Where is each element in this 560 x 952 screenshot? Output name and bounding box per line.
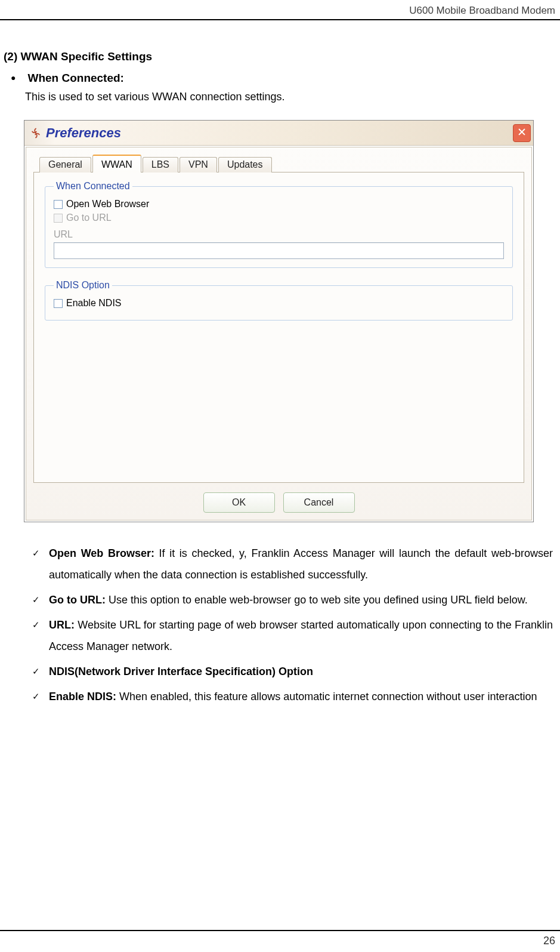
ok-button[interactable]: OK [203,492,275,513]
close-button[interactable] [513,124,531,142]
desc-go-to-url: Go to URL: Use this option to enable web… [49,589,553,611]
desc-title: URL: [49,619,78,631]
group-when-connected-legend: When Connected [54,181,132,192]
go-to-url-row: Go to URL [54,212,504,223]
tab-updates[interactable]: Updates [218,157,272,172]
enable-ndis-label: Enable NDIS [66,298,122,309]
button-bar: OK Cancel [33,492,524,513]
desc-text: Use this option to enable web-browser go… [109,594,528,606]
go-to-url-label: Go to URL [66,212,112,223]
desc-title: Open Web Browser: [49,547,159,559]
section-heading: (2) WWAN Specific Settings [4,50,556,63]
url-label: URL [54,229,504,240]
tab-row: General WWAN LBS VPN Updates [33,153,524,172]
tab-general[interactable]: General [39,157,91,172]
titlebar: Preferences [24,121,533,146]
page-number: 26 [543,935,555,947]
dialog-body: General WWAN LBS VPN Updates When Connec… [26,147,532,520]
desc-enable-ndis: Enable NDIS: When enabled, this feature … [49,686,553,707]
url-input[interactable] [54,242,504,259]
group-ndis-option: NDIS Option Enable NDIS [45,280,513,321]
page-header: U600 Mobile Broadband Modem [0,0,560,20]
go-to-url-checkbox [54,214,63,223]
desc-text: Website URL for starting page of web bro… [49,619,553,652]
group-when-connected: When Connected Open Web Browser Go to UR… [45,181,513,268]
open-web-browser-label: Open Web Browser [66,199,149,209]
close-icon [518,128,526,138]
app-icon [29,127,42,140]
description-list: Open Web Browser: If it is checked, y, F… [4,543,556,707]
page-footer: 26 [0,930,560,947]
bullet-title: When Connected: [27,72,124,84]
dialog-title: Preferences [46,125,513,141]
open-web-browser-row[interactable]: Open Web Browser [54,199,504,209]
tab-vpn[interactable]: VPN [180,157,217,172]
desc-text: When enabled, this feature allows automa… [119,691,537,703]
cancel-button[interactable]: Cancel [283,492,355,513]
tab-lbs[interactable]: LBS [143,157,178,172]
enable-ndis-row[interactable]: Enable NDIS [54,298,504,309]
tab-wwan[interactable]: WWAN [92,155,141,172]
desc-title: NDIS(Network Driver Interface Specificat… [49,666,313,677]
when-connected-heading: When Connected: [4,72,556,85]
desc-url: URL: Website URL for starting page of we… [49,614,553,657]
preferences-dialog: Preferences General WWAN LBS VPN Updates… [24,120,534,522]
intro-text: This is used to set various WWAN connect… [4,91,556,103]
doc-title: U600 Mobile Broadband Modem [409,5,555,16]
open-web-browser-checkbox[interactable] [54,200,63,209]
desc-title: Go to URL: [49,594,109,606]
desc-title: Enable NDIS: [49,691,119,703]
group-ndis-legend: NDIS Option [54,280,112,291]
desc-open-web-browser: Open Web Browser: If it is checked, y, F… [49,543,553,586]
tab-panel-wwan: When Connected Open Web Browser Go to UR… [33,172,524,483]
desc-ndis-option: NDIS(Network Driver Interface Specificat… [49,661,553,682]
enable-ndis-checkbox[interactable] [54,299,63,308]
page-content: (2) WWAN Specific Settings When Connecte… [0,20,560,707]
